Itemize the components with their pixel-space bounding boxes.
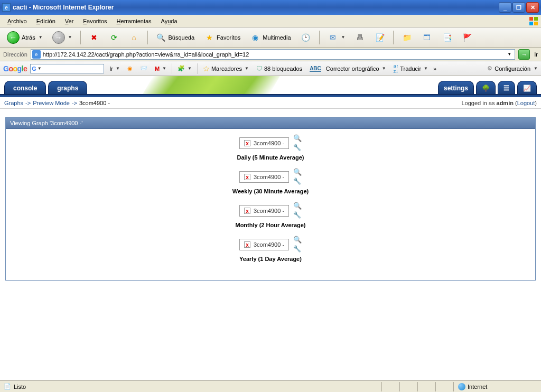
tab-settings[interactable]: settings bbox=[438, 81, 474, 94]
address-input[interactable] bbox=[43, 51, 505, 58]
extra-icon-1[interactable]: 📁 bbox=[398, 30, 416, 45]
svg-rect-1 bbox=[534, 17, 538, 21]
multimedia-button[interactable]: ◉Multimedia bbox=[246, 30, 294, 45]
menu-archivo[interactable]: Archivo bbox=[3, 17, 31, 25]
graph-name: 3com4900 - bbox=[254, 241, 284, 248]
edit-button[interactable]: 📝 bbox=[371, 30, 389, 45]
google-search-box[interactable]: G▼ bbox=[30, 64, 104, 73]
address-bar: Dirección e ▼ → Ir bbox=[0, 48, 541, 61]
google-search-input[interactable] bbox=[42, 66, 103, 72]
refresh-icon: ⟳ bbox=[109, 32, 119, 43]
history-icon: 🕑 bbox=[301, 32, 311, 43]
tab-list-view[interactable]: ☰ bbox=[498, 81, 515, 94]
go-button[interactable]: → bbox=[518, 49, 530, 60]
folder-icon: 📁 bbox=[402, 32, 412, 43]
google-config-button[interactable]: ⚙Configuración▼ bbox=[487, 65, 538, 72]
tab-tree-view[interactable]: 🌳 bbox=[476, 81, 496, 94]
google-mail-open-icon[interactable]: 📨 bbox=[138, 65, 150, 72]
graph-thumbnail[interactable]: x3com4900 - bbox=[239, 205, 289, 217]
graph-row: x3com4900 -🔍🔧Yearly (1 Day Average) bbox=[6, 236, 535, 262]
favorites-button[interactable]: ★Favoritos bbox=[200, 30, 244, 45]
windows-flag-icon bbox=[528, 16, 539, 26]
restore-button[interactable]: ❐ bbox=[512, 2, 525, 13]
wrench-icon[interactable]: 🔧 bbox=[293, 211, 302, 220]
tab-preview-view[interactable]: 📈 bbox=[517, 81, 537, 94]
tab-graphs[interactable]: graphs bbox=[48, 81, 87, 94]
extra-icon-2[interactable]: 🗔 bbox=[418, 30, 436, 45]
google-more-button[interactable]: » bbox=[433, 66, 436, 72]
google-go-button[interactable]: Ir▼ bbox=[107, 66, 122, 72]
menu-herramientas[interactable]: Herramientas bbox=[113, 17, 156, 25]
graph-name: 3com4900 - bbox=[254, 140, 284, 146]
status-text: Listo bbox=[14, 384, 26, 390]
print-icon: 🖶 bbox=[355, 32, 365, 43]
zoom-icon[interactable]: 🔍 bbox=[293, 202, 302, 210]
menu-favoritos[interactable]: Favoritos bbox=[79, 17, 111, 25]
home-icon: ⌂ bbox=[129, 32, 139, 43]
zoom-icon[interactable]: 🔍 bbox=[293, 134, 302, 143]
mail-button[interactable]: ✉▼ bbox=[324, 30, 349, 45]
menu-ver[interactable]: Ver bbox=[61, 17, 78, 25]
broken-image-icon: x bbox=[244, 140, 250, 146]
window-title: cacti - Microsoft Internet Explorer bbox=[13, 4, 499, 11]
page-icon: e bbox=[32, 50, 41, 59]
page-content: console graphs settings 🌳 ☰ 📈 Graphs -> … bbox=[0, 76, 541, 380]
zoom-icon[interactable]: 🔍 bbox=[293, 168, 302, 176]
login-status: Logged in as admin (Logout) bbox=[461, 100, 537, 106]
graph-name: 3com4900 - bbox=[254, 208, 284, 214]
google-feed-icon[interactable]: ◉ bbox=[125, 65, 135, 72]
status-zone: Internet bbox=[453, 382, 538, 391]
wrench-icon[interactable]: 🔧 bbox=[293, 144, 302, 152]
back-button[interactable]: ←Atrás▼ bbox=[3, 30, 46, 45]
extra-icon-4[interactable]: 🚩 bbox=[458, 30, 476, 45]
graph-thumbnail[interactable]: x3com4900 - bbox=[239, 137, 289, 149]
graph-name: 3com4900 - bbox=[254, 174, 284, 180]
svg-rect-0 bbox=[529, 17, 533, 21]
gear-icon: ⚙ bbox=[487, 65, 492, 72]
graph-row: x3com4900 -🔍🔧Daily (5 Minute Average) bbox=[6, 134, 535, 161]
home-button[interactable]: ⌂ bbox=[125, 30, 143, 45]
address-input-wrap[interactable]: e ▼ bbox=[31, 49, 515, 60]
bookmark-star-icon: ☆ bbox=[203, 64, 210, 73]
breadcrumb-graphs[interactable]: Graphs bbox=[4, 100, 23, 106]
google-gmail-button[interactable]: M▼ bbox=[153, 66, 169, 72]
address-dropdown[interactable]: ▼ bbox=[505, 52, 514, 57]
extra-icon-3[interactable]: 📑 bbox=[438, 30, 456, 45]
menu-ayuda[interactable]: Ayuda bbox=[157, 17, 182, 25]
preview-icon: 📈 bbox=[523, 85, 531, 92]
search-button[interactable]: 🔍Búsqueda bbox=[152, 30, 199, 45]
broken-image-icon: x bbox=[244, 174, 250, 180]
close-button[interactable]: ✕ bbox=[526, 2, 539, 13]
graph-thumbnail[interactable]: x3com4900 - bbox=[239, 239, 289, 250]
google-popups-button[interactable]: 🛡88 bloqueados bbox=[254, 65, 304, 72]
menu-edicion[interactable]: Edición bbox=[32, 17, 60, 25]
history-button[interactable]: 🕑 bbox=[297, 30, 315, 45]
breadcrumb-preview[interactable]: Preview Mode bbox=[33, 100, 70, 106]
google-bookmarks-button[interactable]: ☆Marcadores▼ bbox=[201, 64, 251, 73]
graph-thumbnail[interactable]: x3com4900 - bbox=[239, 171, 289, 183]
graph-caption: Yearly (1 Day Average) bbox=[239, 256, 302, 262]
forward-button[interactable]: →▼ bbox=[49, 30, 76, 45]
search-icon: 🔍 bbox=[156, 32, 166, 43]
browser-toolbar: ←Atrás▼ →▼ ✖ ⟳ ⌂ 🔍Búsqueda ★Favoritos ◉M… bbox=[0, 27, 541, 48]
print-button[interactable]: 🖶 bbox=[351, 30, 369, 45]
minimize-button[interactable]: _ bbox=[499, 2, 511, 13]
mail-icon: ✉ bbox=[328, 32, 338, 43]
google-spellcheck-button[interactable]: ABC Corrector ortográfico▼ bbox=[307, 66, 388, 72]
logout-link[interactable]: Logout bbox=[517, 100, 535, 106]
panel-body: x3com4900 -🔍🔧Daily (5 Minute Average)x3c… bbox=[6, 129, 535, 280]
wrench-icon[interactable]: 🔧 bbox=[293, 245, 302, 254]
graph-caption: Monthly (2 Hour Average) bbox=[235, 222, 305, 228]
google-translate-button[interactable]: a↑z↓Traducir▼ bbox=[391, 63, 430, 74]
google-blocker-icon[interactable]: 🧩▼ bbox=[175, 65, 194, 72]
star-icon: ★ bbox=[204, 32, 214, 43]
panel-header: Viewing Graph '3com4900 -' bbox=[6, 118, 535, 129]
zoom-icon[interactable]: 🔍 bbox=[293, 236, 302, 244]
refresh-button[interactable]: ⟳ bbox=[105, 30, 123, 45]
graph-panel: Viewing Graph '3com4900 -' x3com4900 -🔍🔧… bbox=[5, 117, 536, 281]
tab-console[interactable]: console bbox=[4, 81, 46, 94]
gmail-icon: M bbox=[155, 66, 160, 72]
spellcheck-icon: ABC bbox=[310, 66, 321, 72]
wrench-icon[interactable]: 🔧 bbox=[293, 178, 302, 186]
stop-button[interactable]: ✖ bbox=[85, 30, 103, 45]
